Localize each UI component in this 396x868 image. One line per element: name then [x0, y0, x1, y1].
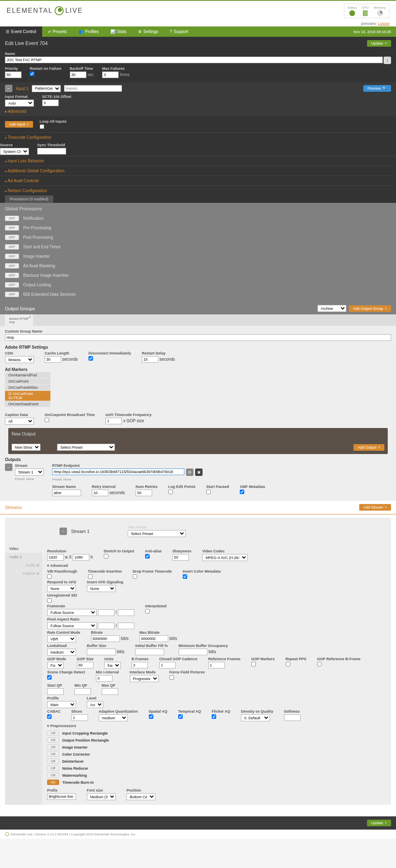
onfi-input[interactable] — [105, 418, 122, 424]
gp-toggle[interactable]: OFF — [5, 282, 19, 288]
add-input-button[interactable]: Add Input + — [5, 121, 33, 128]
input-format-select[interactable]: Auto — [5, 100, 34, 107]
repeatpps-checkbox[interactable] — [286, 662, 290, 666]
preprocessors-toggle[interactable]: Preprocessors — [47, 724, 386, 728]
imode-select[interactable]: Progressive — [130, 675, 159, 682]
scte-input[interactable] — [42, 100, 59, 106]
acc-input-loss[interactable]: Input Loss Behavior — [0, 156, 396, 166]
loop-checkbox[interactable] — [40, 124, 44, 129]
sync-threshold-input[interactable] — [37, 148, 66, 155]
amf-checkbox[interactable] — [240, 490, 244, 494]
gp-toggle[interactable]: OFF — [5, 216, 19, 221]
acc-timecode[interactable]: Timecode Configuration — [0, 132, 396, 142]
tab-presets[interactable]: ✔ Presets — [42, 26, 73, 37]
maxbitrate-input[interactable] — [139, 635, 168, 642]
lookahead-select[interactable]: medium — [47, 649, 76, 656]
input-name-input[interactable] — [64, 85, 122, 92]
collapse-output-button[interactable]: − — [5, 464, 12, 471]
maxfail-input[interactable] — [102, 71, 119, 78]
ffp-checkbox[interactable] — [169, 675, 174, 680]
output-stream-select[interactable]: Stream 1 — [15, 468, 44, 476]
num-retries-input[interactable] — [136, 490, 152, 496]
level-select[interactable]: Auto — [87, 701, 103, 708]
tab-event-control[interactable]: ☰ Event Control — [0, 26, 42, 37]
icm-checkbox[interactable] — [183, 574, 187, 579]
mini-input[interactable] — [96, 675, 112, 682]
cabac-checkbox[interactable] — [47, 714, 52, 719]
antialias-checkbox[interactable] — [145, 554, 150, 559]
interp-checkbox[interactable] — [145, 609, 150, 614]
gp-toggle[interactable]: OFF — [5, 244, 19, 250]
priority-input[interactable] — [5, 71, 21, 78]
gp-toggle[interactable]: OFF — [5, 263, 19, 269]
name-input[interactable] — [5, 57, 383, 63]
tab-settings[interactable]: ⚙ Settings — [132, 26, 164, 37]
tcins-checkbox[interactable] — [88, 574, 93, 579]
maxqp-input[interactable] — [102, 688, 118, 695]
sharpness-input[interactable] — [172, 554, 189, 561]
stream-name-input[interactable] — [52, 490, 81, 496]
stretch-checkbox[interactable] — [104, 554, 108, 559]
softness-input[interactable] — [284, 714, 301, 721]
oncue-checkbox[interactable] — [45, 418, 49, 422]
delete-icon[interactable]: ✖ — [195, 468, 203, 476]
close-icon[interactable]: ✕ — [29, 315, 31, 319]
vtab-video[interactable]: Video — [5, 545, 42, 553]
output-group-tab[interactable]: Adobe RTMPrtmp ✕ — [5, 314, 33, 326]
custom-group-name-input[interactable] — [5, 334, 391, 341]
ibf-input[interactable] — [135, 649, 164, 655]
timecode-source-select[interactable]: System Clock — [0, 148, 29, 155]
preview-button[interactable]: Preview 🔍 — [363, 85, 391, 92]
spataq-checkbox[interactable] — [149, 714, 153, 719]
refframes-input[interactable] — [208, 662, 225, 668]
scd-checkbox[interactable] — [47, 675, 52, 680]
framerate-select[interactable]: Follow Source — [47, 609, 97, 616]
advanced-toggle[interactable]: Advanced — [47, 564, 386, 568]
cdn-select[interactable]: Wowza — [5, 356, 34, 363]
drop-checkbox[interactable] — [133, 574, 137, 579]
new-output-stream-select[interactable]: New Stream — [12, 444, 41, 451]
add-output-group-button[interactable]: Add Output Group + — [349, 305, 391, 312]
collapse-input-button[interactable]: − — [5, 85, 12, 92]
add-output-button[interactable]: Add Output + — [353, 444, 384, 451]
flicker-checkbox[interactable] — [212, 714, 216, 719]
profile-select[interactable]: Main — [47, 701, 76, 708]
position-select[interactable]: Bottom Center — [126, 793, 155, 800]
bitrate-input[interactable] — [91, 635, 120, 642]
mbo-input[interactable] — [179, 649, 208, 655]
backoff-input[interactable] — [70, 71, 86, 78]
name-info-icon[interactable]: i — [384, 57, 391, 64]
vtab-audio-add[interactable]: Audio ⊕ — [5, 561, 42, 569]
vtab-audio1[interactable]: Audio 1 — [5, 553, 42, 561]
slices-input[interactable] — [72, 714, 88, 721]
processors-tab[interactable]: Processors (0 enabled) — [5, 195, 53, 203]
gp-toggle[interactable]: OFF — [5, 254, 19, 259]
link-icon[interactable]: ⟳ — [186, 468, 193, 476]
gp-toggle[interactable]: OFF — [5, 235, 19, 240]
afd-select[interactable]: None — [47, 585, 76, 592]
rcm-select[interactable]: VBR — [47, 635, 76, 642]
prefix-input[interactable] — [47, 793, 76, 800]
minqp-input[interactable] — [74, 688, 91, 695]
pp-toggle[interactable]: Off — [47, 730, 59, 736]
par-select[interactable]: Follow Source — [47, 622, 97, 629]
bframes-input[interactable] — [131, 662, 148, 668]
fontsize-select[interactable]: Medium (32) — [87, 793, 116, 800]
res-w-input[interactable] — [47, 554, 64, 561]
use-preset-select[interactable]: Select Preset — [128, 530, 186, 537]
pp-toggle[interactable]: On — [47, 780, 59, 785]
restart-checkbox[interactable] — [30, 71, 34, 76]
gopref-checkbox[interactable] — [317, 662, 322, 666]
pp-toggle[interactable]: Off — [47, 744, 59, 750]
gp-toggle[interactable]: OFF — [5, 225, 19, 231]
res-h-input[interactable] — [73, 554, 89, 561]
start-paused-checkbox[interactable] — [206, 490, 211, 494]
tab-profiles[interactable]: 👥 Profiles — [73, 26, 105, 37]
tempaq-checkbox[interactable] — [178, 714, 183, 719]
logout-link[interactable]: Logout — [378, 21, 389, 26]
ad-marker-option[interactable]: OnCuePointMSec — [5, 385, 50, 390]
vbi-checkbox[interactable] — [47, 574, 52, 579]
pp-toggle[interactable]: Off — [47, 737, 59, 743]
pp-toggle[interactable]: Off — [47, 766, 59, 771]
disconnect-checkbox[interactable] — [88, 356, 93, 361]
